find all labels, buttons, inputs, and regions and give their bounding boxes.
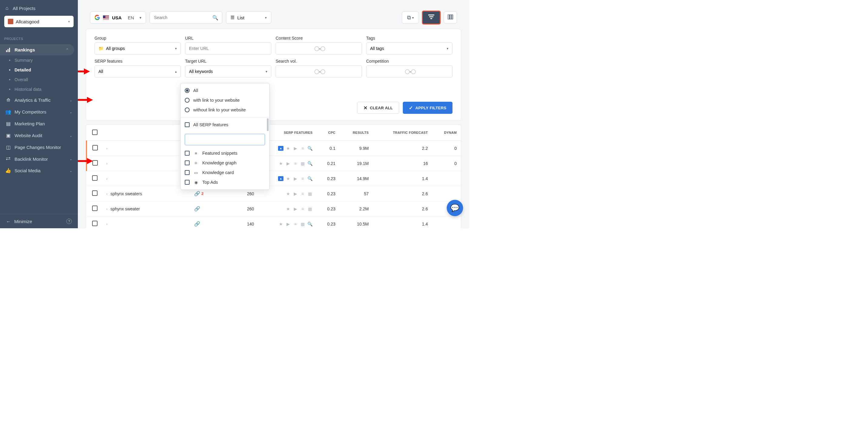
expand-icon[interactable]: › xyxy=(106,207,107,211)
filter-target-select[interactable]: All keywords ▾ xyxy=(185,65,271,77)
expand-icon[interactable]: › xyxy=(106,177,107,181)
col-tf[interactable]: TRAFFIC FORECAST xyxy=(373,125,432,141)
nav-rankings[interactable]: Rankings ⌃ xyxy=(0,44,74,55)
dd-radio-option[interactable]: All xyxy=(185,86,265,95)
dd-feature-option[interactable]: ≡Featured snippets xyxy=(185,148,265,158)
row-checkbox[interactable] xyxy=(92,175,97,181)
serp-icons: ▲★▶≡🔍 xyxy=(262,146,313,151)
filter-comp-slider[interactable]: — xyxy=(366,65,453,77)
nav-backlink[interactable]: ⮂ Backlink Monitor ⌄ xyxy=(0,153,78,165)
chevron-down-icon: ⌄ xyxy=(69,133,72,138)
columns-button[interactable] xyxy=(444,11,457,24)
minimize-label: Minimize xyxy=(14,219,32,224)
dd-search-input[interactable] xyxy=(185,134,265,145)
chat-button[interactable]: 💬 xyxy=(447,200,463,216)
list-serp-icon: ≡ xyxy=(300,176,305,181)
nav-label: Backlink Monitor xyxy=(14,157,48,162)
tf-cell: 1.4 xyxy=(373,171,432,186)
video-serp-icon: ▶ xyxy=(292,191,298,196)
col-cpc[interactable]: CPC xyxy=(317,125,340,141)
check-icon: ✓ xyxy=(409,105,413,111)
results-cell: 19.1M xyxy=(340,156,373,171)
table-row[interactable]: ›sphynx sweaters 🔗2 260 ★▶≡▦ 0.23 57 2.6 xyxy=(87,186,461,201)
chevron-down-icon: ⌄ xyxy=(69,169,72,173)
filter-url-input-wrap[interactable] xyxy=(185,42,271,55)
row-checkbox[interactable] xyxy=(92,205,97,211)
radio-icon xyxy=(185,98,190,103)
calendar-icon: ▤ xyxy=(5,121,11,127)
nav-competitors[interactable]: 👥 My Competitors ⌄ xyxy=(0,106,78,118)
copy-dropdown-button[interactable]: ⧉ ▾ xyxy=(402,11,419,24)
dd-radio-option[interactable]: without link to your website xyxy=(185,105,265,115)
dyn-cell: 0 xyxy=(432,141,461,156)
filter-target-label: Target URL xyxy=(185,59,271,64)
col-dyn[interactable]: DYNAM xyxy=(432,125,461,141)
expand-icon[interactable]: › xyxy=(106,192,107,196)
filter-content-slider[interactable]: — xyxy=(276,42,362,55)
filter-serp-select[interactable]: All ▴ xyxy=(94,65,181,77)
filter-toggle-button[interactable] xyxy=(422,10,441,25)
dd-feature-option[interactable]: ⚛Knowledge graph xyxy=(185,158,265,168)
tf-cell: 2.2 xyxy=(373,141,432,156)
expand-icon[interactable]: › xyxy=(106,222,107,226)
nav-analytics[interactable]: ⟰ Analytics & Traffic ⌄ xyxy=(0,94,78,106)
filter-group-value: All groups xyxy=(106,46,125,51)
expand-icon[interactable]: › xyxy=(106,162,107,165)
row-checkbox[interactable] xyxy=(92,160,98,166)
dd-radio-option[interactable]: with link to your website xyxy=(185,95,265,105)
search-serp-icon: 🔍 xyxy=(307,176,313,181)
dropdown-scrollbar[interactable] xyxy=(267,118,269,131)
url-link-icon[interactable]: 🔗 xyxy=(194,206,200,212)
search-serp-icon: 🔍 xyxy=(307,222,313,226)
nav-social[interactable]: 👍 Social Media ⌄ xyxy=(0,165,78,176)
nav-marketing[interactable]: ▤ Marketing Plan xyxy=(0,118,78,130)
filter-tags-select[interactable]: All tags ▾ xyxy=(366,42,453,55)
star-serp-icon: ★ xyxy=(285,206,291,211)
all-projects-link[interactable]: ⌂ All Projects xyxy=(4,3,73,13)
help-icon[interactable]: ? xyxy=(66,219,72,224)
nav-page-changes[interactable]: ◫ Page Changes Monitor xyxy=(0,141,78,153)
nav-audit[interactable]: ▣ Website Audit ⌄ xyxy=(0,130,78,141)
table-row[interactable]: › 🔗 140 ▲★▶≡🔍 0.23 14.9M 1.4 xyxy=(87,171,461,186)
search-box[interactable]: 🔍 xyxy=(150,11,222,24)
table-row[interactable]: ›sphynx sweater 🔗 260 ★▶≡▦ 0.23 2.2M 2.6 xyxy=(87,201,461,217)
apply-filters-button[interactable]: ✓ APPLY FILTERS xyxy=(403,102,453,114)
nav-label: Marketing Plan xyxy=(14,121,45,126)
table-row[interactable]: › 🔗 70 ▲★▶≡🔍 0.1 9.9M 2.2 0 xyxy=(87,141,461,156)
dd-feature-option[interactable]: ◉Top Ads xyxy=(185,177,265,187)
sub-summary[interactable]: Summary xyxy=(14,55,78,65)
filter-target-value: All keywords xyxy=(189,69,213,74)
search-serp-icon: 🔍 xyxy=(307,146,313,151)
thumbs-up-icon: 👍 xyxy=(5,168,11,173)
search-input[interactable] xyxy=(154,15,218,20)
sub-overall[interactable]: Overall xyxy=(14,75,78,85)
view-selector[interactable]: ☰ List ▾ xyxy=(226,11,271,24)
url-link-icon[interactable]: 🔗2 xyxy=(194,191,204,196)
expand-icon[interactable]: › xyxy=(106,147,107,150)
dd-all-features[interactable]: All SERP features xyxy=(185,120,265,130)
url-link-icon[interactable]: 🔗 xyxy=(194,221,200,227)
locale-selector[interactable]: USA EN ▾ xyxy=(90,11,146,24)
row-checkbox[interactable] xyxy=(92,190,97,196)
project-selector[interactable]: Allcatsgood ▾ xyxy=(4,16,73,27)
minimize-button[interactable]: ← Minimize ? xyxy=(0,214,78,228)
clear-all-button[interactable]: ✕ CLEAR ALL xyxy=(357,102,399,114)
filter-url-input[interactable] xyxy=(189,46,268,51)
dd-feature-label: Knowledge card xyxy=(202,170,234,175)
row-checkbox[interactable] xyxy=(92,145,98,151)
dd-radio-label: with link to your website xyxy=(193,98,240,103)
select-all-checkbox[interactable] xyxy=(92,130,97,135)
activity-icon: ⟰ xyxy=(5,97,11,103)
row-checkbox[interactable] xyxy=(92,221,97,226)
col-results[interactable]: RESULTS xyxy=(340,125,373,141)
results-cell: 57 xyxy=(340,186,373,201)
star-serp-icon: ★ xyxy=(285,176,291,181)
sub-detailed[interactable]: Detailed xyxy=(14,65,78,75)
dd-feature-option[interactable]: ▭Knowledge card xyxy=(185,168,265,177)
image2-serp-icon: ▦ xyxy=(300,222,305,226)
table-row[interactable]: › 🔗 1.6K ★▶≡▦🔍 0.21 19.1M 16 0 xyxy=(87,156,461,171)
filter-vol-slider[interactable]: — xyxy=(276,65,362,77)
sub-historical[interactable]: Historical data xyxy=(14,85,78,94)
filter-group-select[interactable]: 📁 All groups ▾ xyxy=(94,42,181,55)
table-row[interactable]: › 🔗 140 ★▶≡▦🔍 0.23 10.5M 1.4 xyxy=(87,217,461,229)
